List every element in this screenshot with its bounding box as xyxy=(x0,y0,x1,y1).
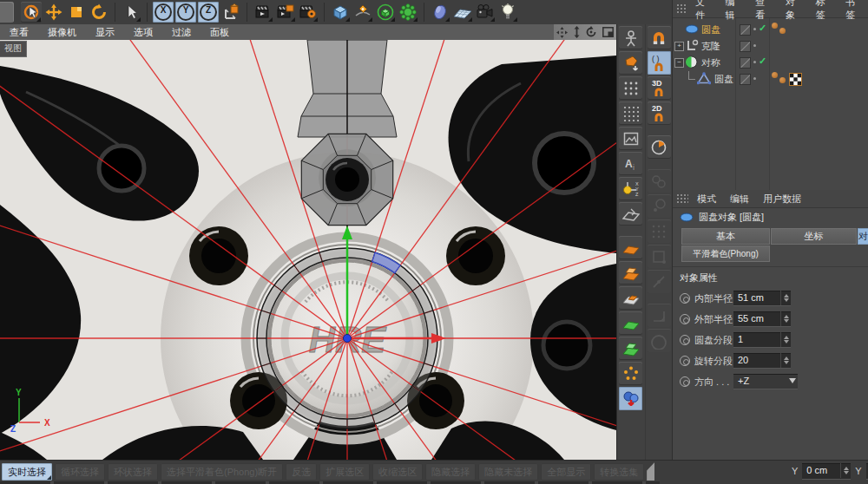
render-settings-button[interactable] xyxy=(298,2,319,23)
axis-center-icon[interactable]: XYZ xyxy=(619,177,642,200)
object-row-cloner[interactable]: + 克隆 xyxy=(673,37,868,54)
palette-handle-icon[interactable] xyxy=(676,193,688,204)
viewport-menu-camera[interactable]: 摄像机 xyxy=(38,26,86,39)
viewport-menu-display[interactable]: 显示 xyxy=(86,26,124,39)
expand-icon[interactable]: + xyxy=(674,42,684,51)
spline-pen-button[interactable] xyxy=(352,2,373,23)
annotation-icon[interactable]: Ai xyxy=(619,152,642,175)
inner-radius-field[interactable]: 51 cm xyxy=(733,291,791,305)
make-editable-icon[interactable] xyxy=(619,51,642,75)
snap-2d-icon[interactable]: 2D xyxy=(648,101,671,125)
render-view-button[interactable] xyxy=(253,2,273,23)
environment-button[interactable] xyxy=(430,2,450,23)
floor-button[interactable] xyxy=(452,2,473,23)
quantize-grid-icon[interactable] xyxy=(619,76,642,100)
object-properties-header: 对象属性 xyxy=(680,271,718,285)
viewport-menu-view[interactable]: 查看 xyxy=(0,26,38,39)
cloner-icon xyxy=(685,39,699,52)
spinner[interactable] xyxy=(780,291,791,305)
dynamics-gravity-icon[interactable] xyxy=(619,387,642,410)
palette-handle-icon[interactable] xyxy=(676,3,687,14)
light-button[interactable] xyxy=(497,2,518,23)
outer-radius-field[interactable]: 55 cm xyxy=(733,311,791,326)
generators-button[interactable] xyxy=(375,2,396,23)
collapse-icon[interactable]: − xyxy=(674,58,684,68)
layer-box[interactable] xyxy=(740,74,751,85)
svg-text:2D: 2D xyxy=(652,104,662,113)
auto-snap-icon[interactable]: ( ) xyxy=(648,51,671,75)
am-menu-mode[interactable]: 模式 xyxy=(690,193,723,206)
tab-basic[interactable]: 基本 xyxy=(681,228,770,245)
planar-workplane-icon[interactable] xyxy=(619,261,642,285)
keyframe-dot-icon[interactable] xyxy=(680,376,690,387)
viewport-menu-filter[interactable]: 过滤 xyxy=(162,26,201,39)
deformers-button[interactable] xyxy=(398,2,418,23)
scale-tool[interactable] xyxy=(66,2,87,23)
camera-button[interactable] xyxy=(475,2,496,23)
live-selection-command[interactable]: 实时选择 xyxy=(2,463,52,481)
pan-view-icon[interactable] xyxy=(556,27,568,38)
disc-segments-field[interactable]: 1 xyxy=(733,332,791,347)
snap-3d-icon[interactable]: 3D xyxy=(648,76,671,100)
coordinate-system-button[interactable] xyxy=(220,2,241,23)
viewport-menu-options[interactable]: 选项 xyxy=(124,26,162,39)
zoom-view-icon[interactable] xyxy=(573,26,581,38)
disabled-circle-snap-icon xyxy=(648,329,671,352)
enable-snap-icon[interactable] xyxy=(648,26,671,49)
lock-z-axis-button[interactable]: Z xyxy=(198,2,219,23)
rotate-tool[interactable] xyxy=(89,2,109,23)
selection-tool[interactable] xyxy=(121,2,141,23)
lock-x-axis-button[interactable]: X xyxy=(153,2,174,23)
rotate-view-icon[interactable] xyxy=(585,26,597,38)
tab-object-active[interactable]: 对象 xyxy=(858,228,868,245)
spinner[interactable] xyxy=(780,332,791,347)
lock-y-axis-button[interactable]: Y xyxy=(175,2,196,23)
object-row-disc-polygon[interactable]: 圆盘 xyxy=(673,70,868,87)
move-tool[interactable] xyxy=(43,2,64,23)
texture-tag-icon[interactable] xyxy=(789,73,802,86)
property-inner-radius: 内部半径 51 cm xyxy=(673,291,868,306)
tab-coordinates[interactable]: 坐标 xyxy=(771,228,857,245)
rotation-segments-field[interactable]: 20 xyxy=(733,353,791,368)
viewport-3d-canvas[interactable]: HRE xyxy=(0,40,616,460)
dense-grid-icon[interactable] xyxy=(619,101,642,125)
render-to-picture-viewer-button[interactable] xyxy=(275,2,296,23)
spinner[interactable] xyxy=(780,353,791,368)
top-toolbar: X Y Z xyxy=(0,0,672,25)
am-menu-userdata[interactable]: 用户数据 xyxy=(756,193,808,206)
workplane-x-icon[interactable] xyxy=(619,311,642,335)
enabled-check-icon[interactable]: ✓ xyxy=(759,56,766,67)
enabled-check-icon[interactable]: ✓ xyxy=(759,23,766,34)
orientation-dropdown[interactable]: +Z xyxy=(733,374,798,389)
keyframe-dot-icon[interactable] xyxy=(680,293,690,304)
spinner[interactable] xyxy=(840,463,851,478)
lock-workplane-icon[interactable] xyxy=(619,236,642,259)
workplane-icon[interactable] xyxy=(619,202,642,226)
live-selection-tool[interactable] xyxy=(21,2,42,23)
workplane-y-icon[interactable] xyxy=(619,337,642,360)
tab-phong[interactable]: 平滑着色(Phong) xyxy=(681,245,770,262)
keyframe-dot-icon[interactable] xyxy=(680,335,690,345)
add-cube-primitive-button[interactable] xyxy=(330,2,351,23)
viewport-menu-panel[interactable]: 面板 xyxy=(201,26,239,39)
coordinate-y-field[interactable]: 0 cm xyxy=(802,463,851,479)
spinner[interactable] xyxy=(780,311,791,326)
object-row-symmetry[interactable]: − 对称 ✓ xyxy=(673,54,868,70)
shrink-selection-command: 收缩选区 xyxy=(372,463,423,481)
keyframe-dot-icon[interactable] xyxy=(680,356,690,366)
clipped-toolbar-button[interactable] xyxy=(0,2,14,23)
layer-box[interactable] xyxy=(740,57,751,69)
object-row-disc-spline[interactable]: 圆盘 ✓ xyxy=(673,21,868,37)
keyframe-dot-icon[interactable] xyxy=(680,314,690,324)
align-workplane-icon[interactable] xyxy=(619,286,642,310)
loop-selection-command: 循环选择 xyxy=(55,463,105,481)
layer-box[interactable] xyxy=(740,24,751,36)
rotation-snap-icon[interactable] xyxy=(648,135,671,159)
toggle-view-layout-icon[interactable] xyxy=(602,27,614,37)
guide-points-icon[interactable] xyxy=(619,362,642,385)
am-menu-edit[interactable]: 编辑 xyxy=(723,193,756,206)
layer-box[interactable] xyxy=(740,41,751,52)
convert-selection-command: 转换选集 xyxy=(594,463,644,481)
character-tool-icon[interactable] xyxy=(619,26,642,49)
texture-view-icon[interactable] xyxy=(619,127,642,150)
